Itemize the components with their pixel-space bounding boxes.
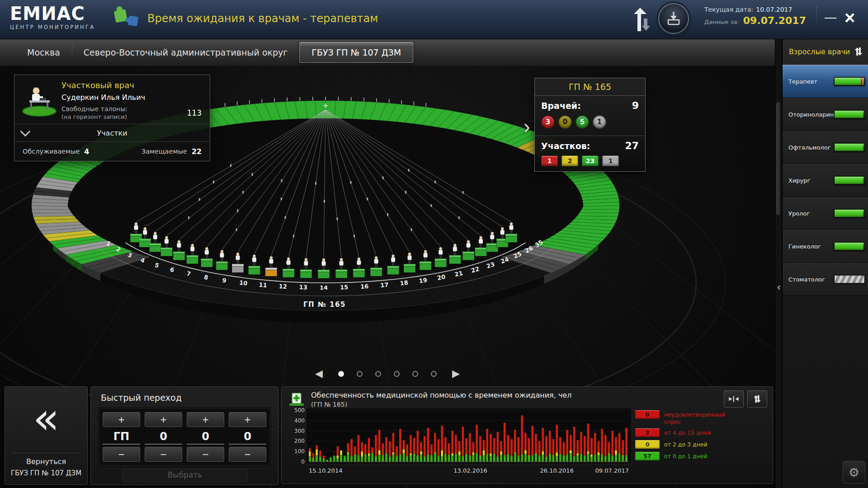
legend-label: от 4 до 15 дней <box>664 428 711 436</box>
spinner-plus-button[interactable]: + <box>103 412 140 427</box>
sidebar-item-oftalmolog[interactable]: Офтальмолог <box>783 131 868 164</box>
doctors-value: 9 <box>632 100 639 111</box>
data-date-value: 09.07.2017 <box>743 15 806 26</box>
svg-text:ГП № 165: ГП № 165 <box>303 300 346 309</box>
sort-arrows-icon <box>752 394 762 404</box>
specialty-bar <box>834 143 865 152</box>
sidebar-item-otorinolaringolog[interactable]: Оториноларинголог <box>783 98 868 131</box>
quick-jump-select-button[interactable]: Выбрать <box>123 469 247 482</box>
spinner-value: 0 <box>145 429 182 445</box>
breadcrumb-district[interactable]: Северо-Восточный административный округ <box>72 42 299 62</box>
fit-width-icon <box>727 394 741 404</box>
spinner-minus-button[interactable]: − <box>187 447 224 462</box>
divider <box>11 453 81 453</box>
pager-dots <box>338 371 437 377</box>
replaced-label: Замещаемые <box>142 148 187 155</box>
updown-arrows-icon[interactable] <box>632 7 650 34</box>
specialty-label: Офтальмолог <box>788 144 831 151</box>
svg-text:26.10.2016: 26.10.2016 <box>540 467 573 474</box>
sidebar-item-stomatolog[interactable]: Стоматолог <box>783 263 868 296</box>
sidebar-title: Взрослые врачи <box>789 47 850 56</box>
page-dot-4[interactable] <box>394 371 400 377</box>
back-label-line2: ГБУЗ ГП № 107 ДЗМ <box>5 469 87 477</box>
page-dot-6[interactable] <box>431 371 437 377</box>
svg-text:+: + <box>323 102 329 110</box>
doctors-badge-yellow: 0 <box>558 115 572 129</box>
clinic-info-panel: ГП № 165 Врачей: 9 3 0 5 1 Участков: 27 … <box>534 78 646 172</box>
spinner-plus-button[interactable]: + <box>145 412 182 427</box>
sidebar-collapse-chevron[interactable]: ‹ <box>774 281 783 294</box>
svg-text:300: 300 <box>294 428 305 434</box>
gear-icon: ⚙ <box>849 465 859 479</box>
legend-row: 57 от 0 до 1 дней <box>635 452 769 460</box>
districts-badge-row: 1 2 23 1 <box>535 152 645 171</box>
chart-panel: Обеспеченность медицинской помощью с вре… <box>281 386 773 484</box>
breadcrumb-moscow[interactable]: Москва <box>15 42 72 62</box>
scrollbar-handle[interactable] <box>776 102 780 215</box>
tickets-label: Свободные талоны: <box>61 105 127 113</box>
page-dot-3[interactable] <box>375 371 381 377</box>
page-dot-5[interactable] <box>412 371 418 377</box>
hospital-icon <box>288 391 305 409</box>
sidebar-item-urolog[interactable]: Уролог <box>783 197 868 230</box>
chart-title-line1: Обеспеченность медицинской помощью с вре… <box>311 391 571 399</box>
specialty-label: Гинеколог <box>788 243 821 250</box>
sidebar-item-terapevt[interactable]: Терапевт <box>783 65 868 98</box>
quick-jump-spinners: + ГП − + 0 − + 0 − + 0 − <box>98 408 271 466</box>
minimize-button[interactable]: — <box>822 10 839 25</box>
tickets-value: 113 <box>187 108 204 117</box>
pager-next-button[interactable]: ▶ <box>449 367 462 380</box>
svg-text:09.07.2017: 09.07.2017 <box>595 467 629 474</box>
specialty-label: Уролог <box>788 210 810 217</box>
legend-label: неудовлетворенный спрос <box>664 410 743 425</box>
breadcrumb-clinic-active[interactable]: ГБУЗ ГП № 107 ДЗМ <box>299 42 413 63</box>
quick-jump-title: Быстрый переход <box>101 393 182 403</box>
data-load-button[interactable] <box>658 3 689 34</box>
chart-title-line2: (ГП № 165) <box>311 401 571 408</box>
specialty-label: Терапевт <box>788 78 817 85</box>
app-window: ЕМИАС ЦЕНТР МОНИТОРИНГА Время ожидания к… <box>0 0 868 488</box>
settings-button[interactable]: ⚙ <box>843 461 865 483</box>
page-dot-1[interactable] <box>338 371 344 377</box>
page-dot-2[interactable] <box>357 371 363 377</box>
svg-text:11: 11 <box>259 281 267 289</box>
clinic-panel-chevron[interactable]: › <box>521 116 533 137</box>
specialty-label: Стоматолог <box>788 276 825 283</box>
chart-sort-button[interactable] <box>747 390 767 408</box>
doctor-name: Судеркин Илья Ильич <box>61 93 204 102</box>
sidebar-sort-icon[interactable] <box>853 46 864 58</box>
spinner-plus-button[interactable]: + <box>187 412 224 427</box>
svg-text:0: 0 <box>301 459 305 465</box>
svg-text:400: 400 <box>294 418 305 424</box>
svg-text:15: 15 <box>340 284 349 291</box>
spinner-value: 0 <box>187 429 224 445</box>
svg-text:13: 13 <box>299 284 308 291</box>
page-title: Время ожидания к врачам - терапевтам <box>147 12 378 25</box>
replaced-value: 22 <box>192 147 202 156</box>
specialty-bar <box>834 77 865 86</box>
legend-value-badge: 0 <box>635 440 660 449</box>
specialty-label: Хирург <box>788 177 810 184</box>
spinner-value: 0 <box>229 429 266 445</box>
pager-prev-button[interactable]: ◀ <box>312 367 326 380</box>
close-button[interactable]: × <box>842 5 858 30</box>
chart-fit-button[interactable] <box>724 390 744 408</box>
spinner-plus-button[interactable]: + <box>229 412 266 427</box>
legend-value-badge: 3 <box>635 428 660 437</box>
data-date: Данные за: 09.07.2017 <box>704 15 813 26</box>
spinner-minus-button[interactable]: − <box>229 447 266 462</box>
legend-label: от 0 до 1 дней <box>664 452 708 460</box>
doctors-badge-red: 3 <box>541 115 555 129</box>
svg-text:18: 18 <box>400 279 409 287</box>
spinner-minus-button[interactable]: − <box>145 447 182 462</box>
back-button[interactable]: « Вернуться ГБУЗ ГП № 107 ДЗМ <box>5 386 88 485</box>
spinner-minus-button[interactable]: − <box>103 447 140 462</box>
sidebar-item-khirurg[interactable]: Хирург <box>783 164 868 197</box>
chart-legend: 0 неудовлетворенный спрос 3 от 4 до 15 д… <box>635 410 769 460</box>
tickets-sublabel: (на горизонт записи) <box>61 113 127 120</box>
sidebar-item-ginekolog[interactable]: Гинеколог <box>783 230 868 263</box>
chevron-down-icon[interactable] <box>20 127 31 137</box>
specialty-bar <box>834 242 865 251</box>
districts-badge-gray: 1 <box>602 155 619 166</box>
svg-text:10: 10 <box>239 279 248 287</box>
